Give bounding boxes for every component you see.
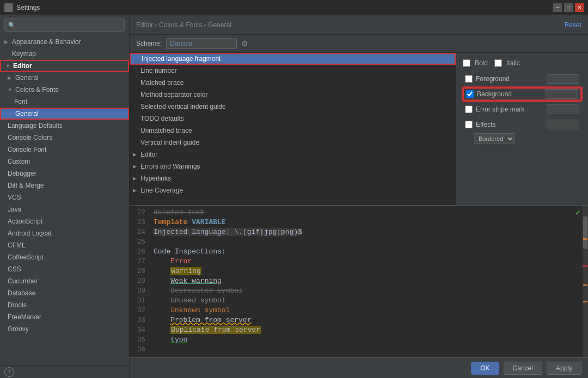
foreground-checkbox[interactable] bbox=[465, 75, 473, 83]
opt-item-line-number[interactable]: Line number bbox=[130, 65, 456, 77]
foreground-label: Foreground bbox=[476, 75, 547, 83]
opt-item-todo[interactable]: TODO defaults bbox=[130, 113, 456, 125]
opt-label-vert-indent: Selected vertical indent guide bbox=[140, 103, 226, 110]
opt-item-matched-brace[interactable]: Matched brace bbox=[130, 77, 456, 89]
scheme-label: Scheme: bbox=[136, 40, 162, 47]
sidebar-item-console-font[interactable]: Console Font bbox=[0, 144, 129, 156]
background-color-swatch[interactable] bbox=[546, 89, 578, 99]
title-bar: Settings ─ □ ✕ bbox=[0, 0, 588, 15]
error-stripe-color-swatch[interactable] bbox=[547, 104, 579, 114]
sidebar-item-colors-fonts[interactable]: ▼ Colors & Fonts bbox=[0, 84, 129, 96]
expand-arrow-hyperlinks-icon: ▶ bbox=[133, 176, 140, 181]
help-icon: ? bbox=[8, 369, 11, 375]
sidebar-item-general[interactable]: General bbox=[0, 108, 129, 120]
opt-group-errors-warnings[interactable]: ▶ Errors and Warnings bbox=[130, 160, 456, 172]
sidebar-item-vcs[interactable]: VCS bbox=[0, 191, 129, 203]
expand-arrow-icon-cf: ▼ bbox=[8, 87, 15, 92]
breadcrumb-colors-fonts: Colors & Fonts bbox=[159, 21, 202, 29]
bold-item: Bold bbox=[463, 59, 488, 67]
sidebar-item-debugger[interactable]: Debugger bbox=[0, 168, 129, 179]
opt-item-vert-indent[interactable]: Selected vertical indent guide bbox=[130, 101, 456, 113]
bold-italic-row: Bold Italic bbox=[463, 59, 581, 67]
sidebar-item-editor[interactable]: ▼ Editor bbox=[0, 60, 129, 72]
bold-checkbox[interactable] bbox=[463, 59, 470, 67]
sidebar-item-database[interactable]: Database bbox=[0, 287, 129, 299]
search-box[interactable]: 🔍 bbox=[4, 18, 125, 32]
sidebar-item-language-defaults[interactable]: Language Defaults bbox=[0, 120, 129, 132]
sidebar-item-custom[interactable]: Custom bbox=[0, 156, 129, 168]
expand-arrow-icon: ▶ bbox=[4, 39, 12, 45]
opt-label-line-number: Line number bbox=[140, 67, 177, 75]
sidebar-item-diff-merge[interactable]: Diff & Merge bbox=[0, 179, 129, 191]
reset-button[interactable]: Reset bbox=[565, 21, 581, 29]
breadcrumb-sep2: › bbox=[204, 21, 208, 29]
sidebar-item-appearance[interactable]: ▶ Appearance & Behavior bbox=[0, 36, 129, 48]
sidebar-item-css[interactable]: CSS bbox=[0, 263, 129, 275]
minimize-button[interactable]: ─ bbox=[553, 3, 562, 12]
maximize-button[interactable]: □ bbox=[564, 3, 573, 12]
opt-group-hyperlinks[interactable]: ▶ Hyperlinks bbox=[130, 172, 456, 184]
sidebar-item-font[interactable]: Font bbox=[0, 96, 129, 108]
sidebar-item-freeMarker[interactable]: FreeMarker bbox=[0, 311, 129, 323]
effects-color-swatch[interactable] bbox=[547, 120, 579, 129]
close-button[interactable]: ✕ bbox=[575, 3, 584, 12]
scroll-marker-4 bbox=[583, 301, 587, 302]
foreground-color-swatch[interactable] bbox=[547, 74, 579, 84]
code-line-23: Template VARIABLE bbox=[154, 218, 584, 227]
sidebar-help: ? bbox=[0, 365, 129, 378]
expand-arrow-icon-gen: ▶ bbox=[8, 75, 15, 80]
opt-label-editor: Editor bbox=[140, 151, 157, 158]
sidebar-item-cucumber[interactable]: Cucumber bbox=[0, 275, 129, 287]
opt-item-method-separator[interactable]: Method separator color bbox=[130, 89, 456, 101]
sidebar-item-coffeescript[interactable]: CoffeeScript bbox=[0, 251, 129, 263]
sidebar-item-android-logcat[interactable]: Android Logcat bbox=[0, 227, 129, 239]
code-line-22: deleted text bbox=[154, 208, 584, 218]
expand-arrow-editor-icon: ▶ bbox=[133, 152, 140, 157]
background-checkbox[interactable] bbox=[466, 90, 474, 98]
expand-arrow-errors-icon: ▶ bbox=[133, 164, 140, 169]
sidebar-item-general-sub[interactable]: ▶ General bbox=[0, 72, 129, 84]
cancel-button[interactable]: Cancel bbox=[504, 362, 542, 375]
opt-label-errors-warnings: Errors and Warnings bbox=[140, 163, 200, 170]
effects-type-select[interactable]: Bordered bbox=[474, 133, 515, 144]
sidebar-item-java[interactable]: Java bbox=[0, 203, 129, 215]
sidebar-item-drools[interactable]: Drools bbox=[0, 299, 129, 311]
effects-checkbox[interactable] bbox=[465, 121, 473, 128]
italic-checkbox[interactable] bbox=[494, 59, 502, 67]
scroll-marker-3 bbox=[583, 284, 587, 286]
sidebar-item-cfml[interactable]: CFML bbox=[0, 239, 129, 251]
content-header: Editor › Colors & Fonts › General Reset bbox=[130, 15, 588, 35]
code-content: deleted text Template VARIABLE Injected … bbox=[149, 206, 588, 357]
sidebar-item-actionscript[interactable]: ActionScript bbox=[0, 215, 129, 227]
breadcrumb-sep1: › bbox=[155, 21, 159, 29]
breadcrumb-editor: Editor bbox=[136, 21, 153, 29]
expand-arrow-line-cov-icon: ▶ bbox=[133, 188, 140, 193]
opt-group-line-coverage[interactable]: ▶ Line Coverage bbox=[130, 184, 456, 196]
options-tree: Injected language fragment Line number M… bbox=[130, 53, 456, 205]
code-line-34: Duplicate from server bbox=[154, 325, 584, 335]
code-line-33: Problem from server bbox=[154, 315, 584, 325]
code-line-36 bbox=[154, 345, 584, 355]
error-stripe-checkbox[interactable] bbox=[465, 106, 473, 113]
ok-button[interactable]: OK bbox=[471, 362, 499, 375]
scrollbar[interactable] bbox=[583, 206, 588, 357]
scheme-gear-icon[interactable]: ⚙ bbox=[241, 39, 248, 48]
opt-item-injected[interactable]: Injected language fragment bbox=[130, 53, 456, 65]
code-line-26: Code Inspections: bbox=[154, 247, 584, 257]
background-label: Background bbox=[477, 90, 546, 98]
code-line-32: Unknown symbol bbox=[154, 306, 584, 315]
help-button[interactable]: ? bbox=[4, 367, 14, 377]
sidebar-item-console-colors[interactable]: Console Colors bbox=[0, 132, 129, 144]
sidebar-item-keymap[interactable]: Keymap bbox=[0, 48, 129, 60]
opt-item-unmatched-brace[interactable]: Unmatched brace bbox=[130, 125, 456, 137]
opt-group-editor[interactable]: ▶ Editor bbox=[130, 148, 456, 160]
window-controls: ─ □ ✕ bbox=[553, 3, 584, 12]
opt-label-todo: TODO defaults bbox=[140, 115, 184, 122]
sidebar-item-groovy[interactable]: Groovy bbox=[0, 323, 129, 335]
settings-panel: Bold Italic Foreground Background bbox=[456, 53, 588, 205]
apply-button[interactable]: Apply bbox=[547, 362, 581, 375]
opt-item-vert-indent-guide[interactable]: Vertical indent guide bbox=[130, 137, 456, 148]
scheme-select[interactable]: Darcula bbox=[166, 38, 237, 49]
bold-label: Bold bbox=[475, 59, 488, 67]
opt-label-vert-indent-guide: Vertical indent guide bbox=[140, 139, 199, 146]
